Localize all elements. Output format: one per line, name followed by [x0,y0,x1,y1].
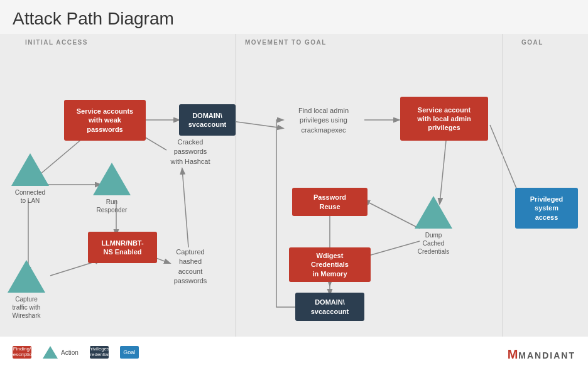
privileged-access-node: Privilegedsystemaccess [515,188,578,229]
captured-hashed-label: Capturedhashedaccountpasswords [156,247,225,286]
password-reuse-node: PasswordReuse [292,188,368,216]
llmnr-node: LLMNR/NBT-NS Enabled [88,232,157,263]
find-local-admin-label: Find local adminprivileges usingcrackmap… [283,106,364,135]
dump-cached-triangle-icon [415,196,452,229]
section-movement: MOVEMENT TO GOAL [245,39,327,46]
service-accounts-weak-node: Service accountswith weakpasswords [64,100,146,141]
legend-privileges-box: Privileges/Credentials [90,346,109,359]
connected-label: Connectedto LAN [15,188,45,205]
domain-svcaccount-top-node: DOMAIN\svcaccount [179,104,236,136]
run-responder: RunResponder [93,163,131,214]
dump-cached: DumpCachedCredentials [415,196,452,256]
connected-to-lan: Connectedto LAN [11,153,49,205]
section-goal: GOAL [521,39,543,46]
legend-action: Action [43,346,79,359]
legend-action-triangle [43,346,58,359]
legend-privileges: Privileges/Credentials [90,346,109,359]
capture-traffic-label: Capturetraffic withWireshark [12,295,40,320]
run-responder-label: RunResponder [97,198,128,214]
page-title: Attack Path Diagram [0,0,588,34]
svg-line-7 [364,241,420,257]
cracked-passwords-label: Crackedpasswordswith Hashcat [156,138,225,166]
diagram-area: INITIAL ACCESS MOVEMENT TO GOAL GOAL Con… [0,34,588,354]
legend-finding: Finding/Description [13,346,31,359]
wdigest-node: WdigestCredentialsin Memory [289,247,371,282]
svg-line-5 [440,141,446,203]
svg-line-6 [364,200,420,229]
legend-goal-box: Goal [120,346,139,359]
legend: Finding/Description Action Privileges/Cr… [0,337,588,368]
connected-triangle-icon [11,153,49,186]
legend-action-label: Action [61,349,79,356]
section-initial: INITIAL ACCESS [25,39,88,46]
svg-line-13 [182,169,188,247]
capture-traffic-triangle-icon [8,260,45,293]
legend-goal: Goal [120,346,139,359]
brand-m-icon: M [508,347,519,361]
domain-svcaccount-bottom-node: DOMAIN\svcaccount [295,293,364,321]
run-responder-triangle-icon [93,163,131,195]
service-account-admin-node: Service accountwith local adminprivilege… [400,97,488,141]
divider-1 [236,34,236,354]
divider-2 [503,34,503,354]
capture-traffic: Capturetraffic withWireshark [8,260,45,320]
brand-logo: MMANDIANT [508,347,575,362]
legend-finding-box: Finding/Description [13,346,31,359]
dump-cached-label: DumpCachedCredentials [418,231,450,256]
